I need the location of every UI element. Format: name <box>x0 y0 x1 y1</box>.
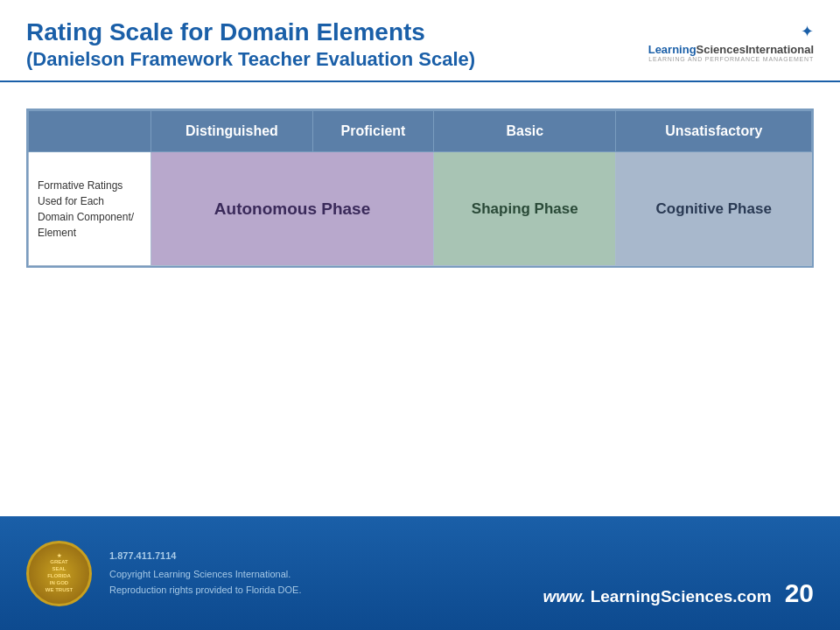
www-text: www. <box>542 587 590 606</box>
table-header-row: Distinguished Proficient Basic Unsatisfa… <box>29 111 812 152</box>
footer-text-block: 1.877.411.7114 Copyright Learning Scienc… <box>109 549 302 598</box>
learning-sciences-url: LearningSciences.com <box>591 587 772 606</box>
logo-learning: Learning <box>648 43 696 56</box>
logo-international: International <box>746 43 814 56</box>
rating-scale-table: Distinguished Proficient Basic Unsatisfa… <box>28 110 812 266</box>
col-header-basic: Basic <box>434 111 616 152</box>
logo-spark-icon: ✦ <box>801 22 814 41</box>
rating-scale-table-container: Distinguished Proficient Basic Unsatisfa… <box>26 108 814 268</box>
col-header-distinguished: Distinguished <box>151 111 313 152</box>
row-label-cell: Formative Ratings Used for Each Domain C… <box>29 152 151 266</box>
footer-phone: 1.877.411.7114 <box>109 549 302 564</box>
florida-seal: ★GREATSEALFLORIDAIN GODWE TRUST <box>26 541 92 606</box>
table-data-row: Formative Ratings Used for Each Domain C… <box>29 152 812 266</box>
bottom-content: ★GREATSEALFLORIDAIN GODWE TRUST 1.877.41… <box>0 516 840 630</box>
logo-area: ✦ LearningSciencesInternational LEARNING… <box>639 18 814 62</box>
footer-website: www. LearningSciences.com <box>542 587 771 606</box>
cognitive-phase-cell: Cognitive Phase <box>616 152 812 266</box>
main-title: Rating Scale for Domain Elements <box>26 18 639 47</box>
header: Rating Scale for Domain Elements (Daniel… <box>0 0 840 82</box>
title-block: Rating Scale for Domain Elements (Daniel… <box>26 18 639 72</box>
col-header-unsatisfactory: Unsatisfactory <box>616 111 812 152</box>
page-number: 20 <box>785 578 814 608</box>
footer-right: www. LearningSciences.com 20 <box>542 578 814 608</box>
footer-copyright-line2: Reproduction rights provided to Florida … <box>109 583 302 598</box>
logo-name: LearningSciencesInternational <box>648 43 814 56</box>
col-header-empty <box>29 111 151 152</box>
logo-tagline: LEARNING AND PERFORMANCE MANAGEMENT <box>648 56 814 62</box>
col-header-proficient: Proficient <box>312 111 433 152</box>
logo-wrapper: ✦ LearningSciencesInternational LEARNING… <box>639 22 814 62</box>
autonomous-phase-cell: Autonomous Phase <box>151 152 434 266</box>
main-content-area: Rating Scale for Domain Elements (Daniel… <box>0 0 840 516</box>
seal-text: ★GREATSEALFLORIDAIN GODWE TRUST <box>46 553 73 594</box>
logo-sciences: Sciences <box>696 43 746 56</box>
footer-copyright-line1: Copyright Learning Sciences Internationa… <box>109 567 302 583</box>
shaping-phase-cell: Shaping Phase <box>434 152 616 266</box>
sub-title: (Danielson Framework Teacher Evaluation … <box>26 47 639 73</box>
